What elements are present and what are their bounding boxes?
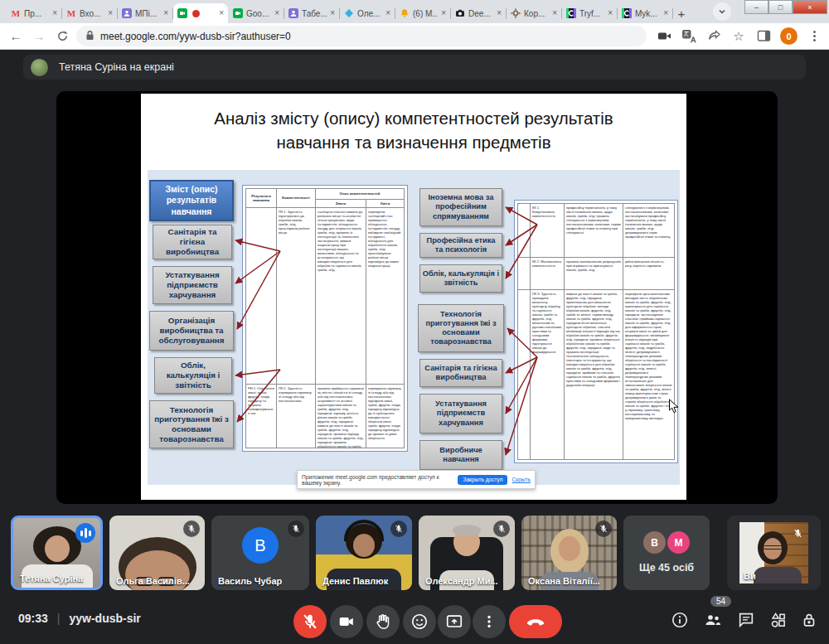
show-participants-button[interactable] xyxy=(703,610,723,630)
participant-tile[interactable]: Тетяна Суріна xyxy=(11,516,103,590)
tab-title: Табе... xyxy=(302,9,327,18)
camera-icon xyxy=(337,613,356,631)
tab-close-icon[interactable]: × xyxy=(219,9,224,17)
hide-notice-link[interactable]: Скрыть xyxy=(511,477,531,482)
tab-close-icon[interactable]: × xyxy=(497,9,502,17)
tab-close-icon[interactable]: × xyxy=(274,9,279,17)
side-panel-icon[interactable] xyxy=(755,28,772,45)
table-cell xyxy=(518,290,530,459)
browser-tab[interactable]: Tryf... × xyxy=(562,3,617,23)
subject-box-right: Облік, калькуляція і звітність xyxy=(419,264,502,293)
stop-sharing-button[interactable]: Закрыть доступ xyxy=(458,475,507,485)
table-cell: ПК 1. Здатність підготуватися до обробки… xyxy=(277,208,315,384)
back-button[interactable]: ← xyxy=(7,27,25,46)
meeting-info: 09:33 | yyw-dusb-sir xyxy=(18,612,141,625)
more-participants-tile[interactable]: В M Ще 45 осіб xyxy=(623,516,710,590)
more-options-button[interactable] xyxy=(473,605,506,638)
tab-close-icon[interactable]: × xyxy=(441,9,446,17)
share-icon[interactable] xyxy=(705,28,722,45)
tab-close-icon[interactable]: × xyxy=(385,9,390,17)
participant-count-badge: 54 xyxy=(710,596,731,607)
activities-button[interactable] xyxy=(768,610,788,630)
bookmark-star-icon[interactable]: ☆ xyxy=(730,28,747,45)
more-participants-label: Ще 45 осіб xyxy=(623,562,710,574)
tab-close-icon[interactable]: × xyxy=(163,9,168,17)
tab-title: Myk... xyxy=(635,9,657,18)
table-cell: вимоги до якості овочів та грибів, фрукт… xyxy=(565,290,623,459)
present-screen-button[interactable] xyxy=(438,605,471,638)
competency-table-left: Результати навчання Компетентності Опис … xyxy=(242,185,408,452)
browser-tab[interactable]: МПі... × xyxy=(118,3,172,23)
chat-button[interactable] xyxy=(736,610,756,630)
address-bar[interactable]: meet.google.com/yyw-dusb-sir?authuser=0 xyxy=(76,26,647,46)
browser-tab[interactable]: Goo... × xyxy=(229,3,284,23)
info-icon xyxy=(671,611,689,629)
subject-box-left: Облік, калькуляція і звітність xyxy=(154,357,232,394)
browser-tab[interactable]: Кор... × xyxy=(507,3,561,23)
mic-toggle-button[interactable] xyxy=(293,605,327,638)
participant-tile[interactable]: Оксана Віталії... xyxy=(521,516,617,590)
tab-close-icon[interactable]: × xyxy=(52,9,57,17)
present-icon xyxy=(445,613,463,631)
forward-button[interactable]: → xyxy=(30,27,48,46)
tab-close-icon[interactable]: × xyxy=(108,9,113,17)
subject-box-left: Устаткування підприємств харчування xyxy=(153,266,232,304)
profile-avatar[interactable]: 0 xyxy=(780,27,797,45)
presenting-banner-text: Тетяна Суріна на екрані xyxy=(59,61,174,73)
self-view-tile[interactable]: Ви xyxy=(727,516,821,590)
tab-close-icon[interactable]: × xyxy=(663,9,668,17)
table-cell: професійну термінологію, у тому числі ін… xyxy=(565,204,623,257)
subject-box-right: Устаткування підприємств харчування xyxy=(419,394,502,433)
raise-hand-button[interactable] xyxy=(366,605,400,638)
chat-icon xyxy=(737,611,755,629)
translate-icon[interactable] xyxy=(681,28,697,45)
table-cell: правила приймання сировини за якістю і к… xyxy=(316,385,366,448)
tab-search-chevron-icon[interactable] xyxy=(713,2,731,21)
meeting-code: yyw-dusb-sir xyxy=(69,612,140,625)
window-minimize-button[interactable]: – xyxy=(744,0,768,14)
window-controls: – □ × xyxy=(744,0,827,14)
camera-toggle-button[interactable] xyxy=(330,605,363,638)
tab-title: (6) М... xyxy=(413,9,438,18)
window-maximize-button[interactable]: □ xyxy=(768,0,793,14)
mic-off-icon xyxy=(288,521,304,537)
participant-tile[interactable]: Ольга Василів... xyxy=(109,516,205,590)
leave-call-button[interactable] xyxy=(509,605,562,638)
mic-off-icon xyxy=(301,613,319,631)
presentation-slide: Аналіз змісту (опису) компетентностей ре… xyxy=(141,94,686,500)
subject-box-right: Виробниче навчання xyxy=(419,440,502,470)
new-tab-button[interactable]: + xyxy=(673,5,690,22)
hand-icon xyxy=(374,613,392,631)
meeting-details-button[interactable] xyxy=(670,610,690,630)
participant-avatars: В M xyxy=(643,531,690,554)
recording-indicator xyxy=(192,10,200,17)
tab-close-icon[interactable]: × xyxy=(330,9,335,17)
tab-camera-indicator-icon[interactable] xyxy=(656,28,672,45)
browser-tab[interactable]: Оле... × xyxy=(340,3,395,23)
browser-tab[interactable]: Myk... × xyxy=(618,3,672,23)
participant-tile[interactable]: В Василь Чубар xyxy=(211,516,309,590)
participant-tile[interactable]: Олександр Ми... xyxy=(419,516,515,590)
tab-title: Пр... xyxy=(24,9,41,18)
participant-tile[interactable]: Денис Павлюк xyxy=(316,516,412,590)
browser-tab[interactable]: (6) М... × xyxy=(395,3,450,23)
host-controls-button[interactable] xyxy=(799,610,819,630)
refresh-button[interactable] xyxy=(53,27,71,46)
browser-tab[interactable]: Табе... × xyxy=(284,3,339,23)
more-vert-icon xyxy=(480,613,498,631)
browser-tab-active-meet[interactable]: × xyxy=(173,3,228,23)
tab-close-icon[interactable]: × xyxy=(608,9,613,17)
browser-tab[interactable]: M Пр... × xyxy=(7,3,61,23)
browser-tab[interactable]: Dee... × xyxy=(451,3,506,23)
table-cell: ПК 2. Здатність отримувати сировину зі с… xyxy=(277,385,315,448)
browser-menu-icon[interactable] xyxy=(806,28,822,45)
slide-title: Аналіз змісту (опису) компетентностей ре… xyxy=(141,107,686,154)
window-close-button[interactable]: × xyxy=(793,0,827,14)
table-cell: КК 2. Математична компетентність xyxy=(531,258,564,289)
tab-close-icon[interactable]: × xyxy=(552,9,557,17)
browser-tab[interactable]: M Вхо... × xyxy=(62,3,117,23)
activities-shapes-icon xyxy=(768,611,788,630)
participant-name: Денис Павлюк xyxy=(322,576,388,586)
reactions-button[interactable] xyxy=(403,605,436,638)
notice-text: Приложение meet.google.com предоставляет… xyxy=(302,474,453,486)
